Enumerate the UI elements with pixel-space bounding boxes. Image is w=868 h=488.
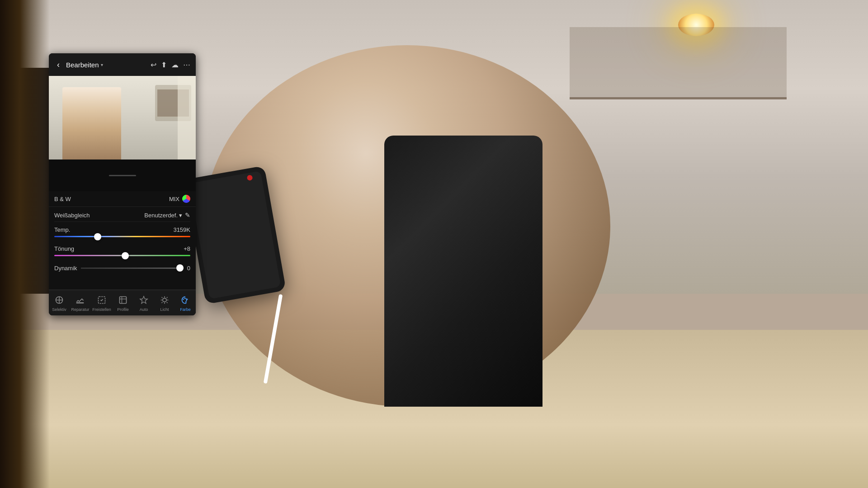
dynamik-row: Dynamik 0 [54,260,190,274]
photo-content [49,76,196,160]
weissabgleich-value-container: Benutzerdef. ▾ ✎ [144,211,190,219]
svg-rect-5 [120,297,127,304]
farbe-label: Farbe [180,307,191,312]
farbe-icon [181,296,190,306]
temp-thumb[interactable] [94,233,101,240]
dynamik-slider-container [81,264,184,272]
svg-line-12 [162,297,163,298]
cloud-button[interactable]: ☁ [171,61,179,69]
weissabgleich-chevron: ▾ [179,212,182,219]
dynamik-thumb[interactable] [176,264,184,272]
profile-label: Profile [117,307,129,312]
weissabgleich-edit-icon[interactable]: ✎ [185,211,190,219]
tonung-value: +8 [184,245,190,252]
photo-subject [62,87,121,160]
monitor-shadow [0,0,50,488]
undo-button[interactable]: ↩ [151,61,156,69]
svg-rect-3 [76,302,84,304]
weissabgleich-dropdown[interactable]: Benutzerdef. ▾ [144,212,182,219]
title-text: Bearbeiten [66,61,99,69]
auto-label: Auto [140,307,148,312]
photo-window [178,76,196,160]
temp-value: 3159K [173,226,190,233]
toolbar-item-freistellen[interactable]: Freistellen [91,294,113,314]
phone-screen-display [189,171,281,299]
auto-icon [139,296,148,306]
temp-label: Temp. [54,226,70,233]
tonung-slider-row: Tönung +8 [54,241,190,260]
temp-track[interactable] [54,236,190,237]
temp-slider-row: Temp. 3159K [54,222,190,241]
weissabgleich-value: Benutzerdef. [144,212,178,219]
dynamik-value: 0 [187,265,190,272]
toolbar-item-farbe[interactable]: Farbe [175,294,196,314]
tonung-track[interactable] [54,255,190,256]
svg-line-14 [162,302,163,303]
back-button[interactable]: ‹ [54,59,62,70]
shelf-area [570,27,787,99]
toolbar-items: Selektiv Reparatur [49,294,196,314]
weissabgleich-label: Weißabgleich [54,212,90,219]
title-chevron: ▾ [101,62,103,67]
svg-point-17 [187,299,188,300]
reparatur-icon [75,296,85,306]
export-button[interactable]: ⬆ [161,61,167,69]
reparatur-label: Reparatur [71,307,89,312]
header-title: Bearbeiten ▾ [66,61,103,69]
tonung-header: Tönung +8 [54,245,190,252]
svg-point-7 [163,298,166,302]
toolbar-item-selektiv[interactable]: Selektiv [49,294,70,314]
freistellen-icon [97,296,106,306]
temp-header: Temp. 3159K [54,226,190,233]
settings-section: Weißabgleich Benutzerdef. ▾ ✎ Temp. 3159… [49,207,196,290]
svg-line-13 [167,302,168,303]
more-button[interactable]: ⋯ [183,61,190,69]
header-left: ‹ Bearbeiten ▾ [54,59,103,70]
profile-icon [118,296,127,306]
bw-label[interactable]: B & W [54,196,71,202]
bw-mix-row: B & W MIX [49,191,196,207]
drag-handle[interactable] [109,175,136,176]
selektiv-icon [55,296,64,306]
scene: ‹ Bearbeiten ▾ ↩ ⬆ ☁ ⋯ [0,0,868,488]
mix-label[interactable]: MIX [169,196,179,202]
svg-point-16 [183,299,184,300]
dark-strip [49,160,196,191]
chair [384,136,542,407]
toolbar-item-profile[interactable]: Profile [113,294,133,314]
phone-camera-indicator [247,174,253,181]
licht-icon [160,296,169,306]
svg-line-15 [167,297,168,298]
tonung-label: Tönung [54,245,74,252]
photo-preview[interactable] [49,76,196,160]
selektiv-label: Selektiv [52,307,66,312]
freistellen-label: Freistellen [92,307,111,312]
weissabgleich-row: Weißabgleich Benutzerdef. ▾ ✎ [54,207,190,222]
bottom-toolbar: Selektiv Reparatur [49,290,196,315]
app-panel: ‹ Bearbeiten ▾ ↩ ⬆ ☁ ⋯ [49,53,196,315]
toolbar-item-licht[interactable]: Licht [154,294,175,314]
licht-label: Licht [160,307,169,312]
dynamik-track[interactable] [81,267,176,269]
mix-container: MIX [169,195,190,203]
mix-color-wheel[interactable] [182,195,190,203]
svg-marker-6 [140,296,148,304]
toolbar-item-reparatur[interactable]: Reparatur [70,294,91,314]
dynamik-label: Dynamik [54,265,77,272]
header-actions: ↩ ⬆ ☁ ⋯ [151,61,190,69]
toolbar-item-auto[interactable]: Auto [133,294,154,314]
tonung-thumb[interactable] [122,252,129,259]
app-header: ‹ Bearbeiten ▾ ↩ ⬆ ☁ ⋯ [49,53,196,76]
svg-point-18 [184,298,185,299]
